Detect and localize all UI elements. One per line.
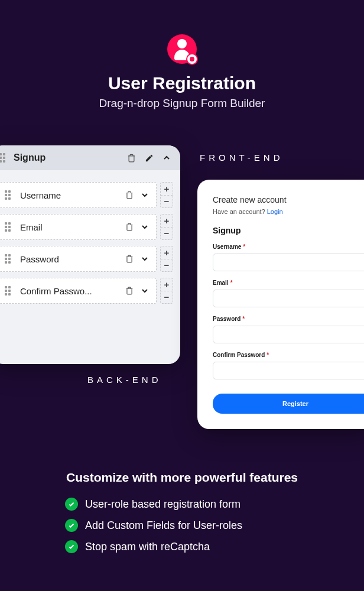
builder-field-row[interactable]: Username xyxy=(0,182,157,208)
field-label: Username xyxy=(20,190,124,200)
drag-handle-icon[interactable] xyxy=(5,286,13,296)
builder-header: Signup xyxy=(0,145,180,170)
add-field-button[interactable]: + xyxy=(161,215,173,228)
expand-icon[interactable] xyxy=(139,222,150,232)
add-remove-control: + − xyxy=(160,182,173,208)
drag-handle-icon[interactable] xyxy=(5,222,13,232)
add-remove-control: + − xyxy=(160,278,173,304)
input-label: Confirm Password* xyxy=(213,352,364,358)
register-button[interactable]: Register xyxy=(213,394,364,414)
trash-icon[interactable] xyxy=(124,254,135,264)
check-icon xyxy=(65,519,78,532)
form-heading: Signup xyxy=(213,226,364,235)
form-title: Create new account xyxy=(213,195,364,204)
trash-icon[interactable] xyxy=(124,190,135,200)
input-label: Email* xyxy=(213,280,364,286)
username-input[interactable] xyxy=(213,254,364,271)
feature-item: User-role based registration form xyxy=(65,498,317,511)
add-remove-control: + − xyxy=(160,214,173,240)
remove-field-button[interactable]: − xyxy=(161,228,173,240)
feature-text: User-role based registration form xyxy=(85,498,240,511)
page-title: User Registration xyxy=(0,73,364,93)
remove-field-button[interactable]: − xyxy=(161,291,173,304)
frontend-form-panel: Create new account Have an account? Logi… xyxy=(197,180,364,429)
field-label: Confirm Passwo... xyxy=(20,286,124,296)
expand-icon[interactable] xyxy=(139,254,150,264)
expand-icon[interactable] xyxy=(139,190,150,200)
app-logo-icon xyxy=(167,34,197,64)
trash-icon[interactable] xyxy=(124,285,135,296)
password-input[interactable] xyxy=(213,326,364,343)
email-input[interactable] xyxy=(213,290,364,307)
drag-handle-icon[interactable] xyxy=(0,153,8,163)
features-heading: Customize with more powerful features xyxy=(47,470,317,485)
input-label: Username* xyxy=(213,243,364,250)
add-field-button[interactable]: + xyxy=(161,246,173,259)
confirm password-input[interactable] xyxy=(213,362,364,379)
hero-header: User Registration Drag-n-drop Signup For… xyxy=(0,0,364,110)
features-section: Customize with more powerful features Us… xyxy=(0,470,364,553)
field-label: Password xyxy=(20,254,124,264)
page-subtitle: Drag-n-drop Signup Form Builder xyxy=(0,97,364,110)
input-label: Password* xyxy=(213,316,364,322)
feature-text: Stop spam with reCaptcha xyxy=(85,541,210,553)
backend-label: BACK-END xyxy=(87,375,162,385)
builder-title: Signup xyxy=(14,152,126,163)
check-icon xyxy=(65,540,78,553)
add-field-button[interactable]: + xyxy=(161,183,173,196)
feature-item: Stop spam with reCaptcha xyxy=(65,540,317,553)
drag-handle-icon[interactable] xyxy=(5,190,13,200)
builder-field-row[interactable]: Password xyxy=(0,246,157,272)
login-link[interactable]: Login xyxy=(267,208,283,215)
edit-icon[interactable] xyxy=(144,152,154,163)
builder-field-row[interactable]: Email xyxy=(0,214,157,240)
drag-handle-icon[interactable] xyxy=(5,254,13,264)
add-remove-control: + − xyxy=(160,246,173,272)
field-label: Email xyxy=(20,222,124,232)
check-icon xyxy=(65,498,78,511)
backend-builder-panel: Signup Username xyxy=(0,145,180,364)
collapse-icon[interactable] xyxy=(161,152,172,163)
feature-item: Add Custom Fields for User-roles xyxy=(65,519,317,532)
form-subtitle: Have an account? Login xyxy=(213,208,364,215)
feature-text: Add Custom Fields for User-roles xyxy=(85,519,242,532)
remove-field-button[interactable]: − xyxy=(161,259,173,272)
frontend-label: FRONT-END xyxy=(200,152,284,163)
expand-icon[interactable] xyxy=(139,285,150,296)
builder-field-row[interactable]: Confirm Passwo... xyxy=(0,278,157,304)
trash-icon[interactable] xyxy=(126,152,136,163)
remove-field-button[interactable]: − xyxy=(161,196,173,208)
trash-icon[interactable] xyxy=(124,222,135,232)
add-field-button[interactable]: + xyxy=(161,278,173,291)
